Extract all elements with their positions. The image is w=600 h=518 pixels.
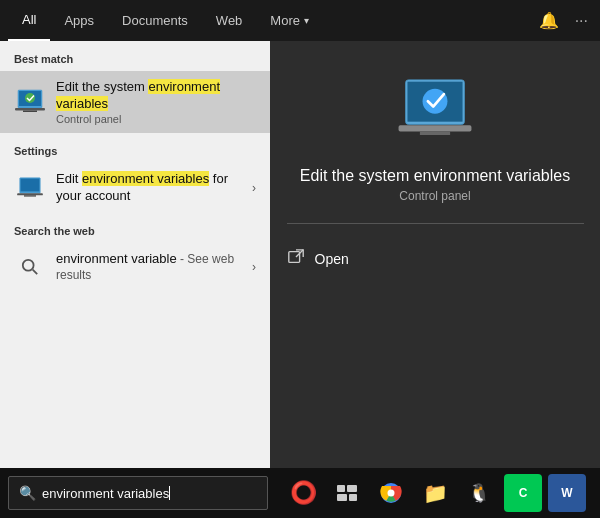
tab-web[interactable]: Web [202,0,257,41]
best-match-item[interactable]: Edit the system environmentvariables Con… [0,71,270,133]
taskbar-search[interactable]: 🔍 environment variables [8,476,268,510]
settings-item[interactable]: Edit environment variables for your acco… [0,163,270,213]
svg-point-9 [23,260,34,271]
settings-text: Edit environment variables for your acco… [56,171,252,205]
settings-title: Edit environment variables for your acco… [56,171,252,205]
best-match-label: Best match [0,41,270,71]
svg-rect-18 [337,485,345,492]
right-laptop-svg [395,72,475,150]
svg-rect-20 [337,494,347,501]
explorer-button[interactable]: 📁 [416,474,454,512]
best-match-title: Edit the system environmentvariables [56,79,256,113]
taskbar-search-icon: 🔍 [19,485,36,501]
svg-rect-3 [23,110,37,112]
chevron-down-icon: ▾ [304,15,309,26]
web-search-item[interactable]: environment variable - See web results › [0,243,270,293]
svg-rect-16 [288,252,299,263]
nav-icons: 🔔 ··· [535,7,592,34]
right-icon-area [395,71,475,151]
web-label: Search the web [0,213,270,243]
taskbar-search-text: environment variables [42,486,169,501]
taskbar-buttons: ⭕ 📁 🐧 C W [284,474,586,512]
right-title: Edit the system environment variables [280,167,590,185]
chrome-button[interactable] [372,474,410,512]
web-query-text: environment variable [56,251,177,266]
media-player-button[interactable]: 🐧 [460,474,498,512]
svg-rect-13 [399,125,472,131]
settings-arrow-icon: › [252,181,256,195]
svg-rect-14 [420,131,450,135]
tab-web-label: Web [216,13,243,28]
cortana-button[interactable]: ⭕ [284,474,322,512]
svg-rect-7 [17,193,43,195]
tab-documents[interactable]: Documents [108,0,202,41]
tab-more[interactable]: More ▾ [256,0,323,41]
web-query: environment variable - See web results [56,251,252,285]
highlight-env-vars: environment variables [82,171,209,186]
task-view-button[interactable] [328,474,366,512]
svg-rect-6 [21,178,40,191]
word-button[interactable]: W [548,474,586,512]
task-view-svg [337,485,357,501]
svg-rect-2 [15,108,45,111]
svg-rect-19 [347,485,357,492]
open-svg [287,248,305,266]
search-icon [14,251,46,283]
tab-more-label: More [270,13,300,28]
best-match-subtitle: Control panel [56,113,256,125]
left-panel: Best match Edit the system environmentva… [0,41,270,468]
search-svg [21,258,39,276]
more-options-icon[interactable]: ··· [571,8,592,34]
text-cursor [169,486,170,500]
person-icon[interactable]: 🔔 [535,7,563,34]
web-search-text: environment variable - See web results [56,251,252,285]
open-icon [287,248,305,270]
open-label: Open [315,251,349,267]
svg-rect-21 [349,494,357,501]
main-content: Best match Edit the system environmentva… [0,41,600,468]
right-subtitle: Control panel [399,189,470,203]
open-action[interactable]: Open [287,240,584,278]
svg-line-10 [33,270,38,275]
control-panel-svg [14,88,46,116]
svg-rect-8 [24,195,36,196]
svg-point-24 [388,490,395,497]
svg-point-15 [423,89,448,114]
right-panel: Edit the system environment variables Co… [270,41,600,468]
camtasia-button[interactable]: C [504,474,542,512]
top-nav: All Apps Documents Web More ▾ 🔔 ··· [0,0,600,41]
tab-all-label: All [22,12,36,27]
best-match-icon [14,86,46,118]
tab-documents-label: Documents [122,13,188,28]
chrome-svg [380,482,402,504]
settings-label: Settings [0,133,270,163]
settings-icon [14,172,46,204]
web-arrow-icon: › [252,260,256,274]
right-divider [287,223,584,224]
best-match-text: Edit the system environmentvariables Con… [56,79,256,125]
highlight-env: environmentvariables [56,79,220,111]
tab-all[interactable]: All [8,0,50,41]
svg-point-4 [25,93,35,103]
tab-apps[interactable]: Apps [50,0,108,41]
settings-laptop-svg [16,176,44,200]
tab-apps-label: Apps [64,13,94,28]
taskbar: 🔍 environment variables ⭕ [0,468,600,518]
